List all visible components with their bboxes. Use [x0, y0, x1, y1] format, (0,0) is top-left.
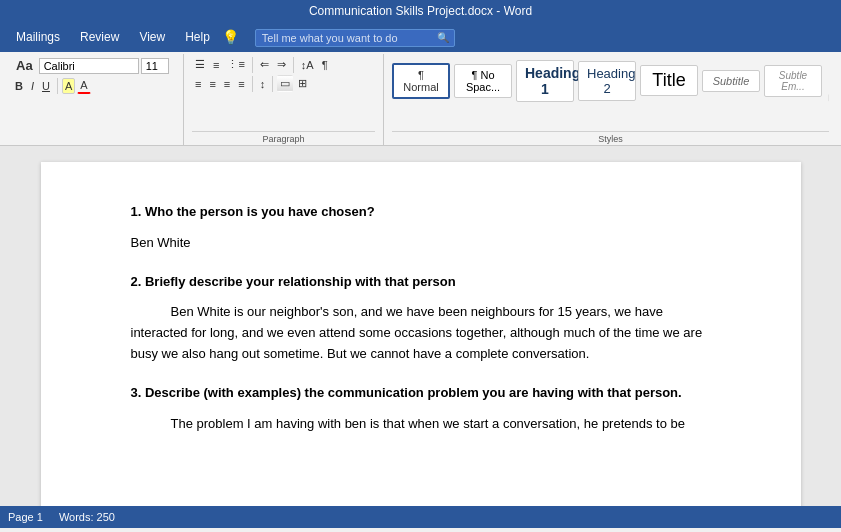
multilevel-btn[interactable]: ⋮≡: [224, 56, 247, 73]
document-area: 1. Who the person is you have chosen? Be…: [0, 146, 841, 506]
highlight-btn[interactable]: A: [62, 78, 75, 94]
styles-section: ¶ Normal ¶ No Spac... Heading 1 Heading …: [384, 54, 837, 145]
title-bar: Communication Skills Project.docx - Word: [0, 0, 841, 22]
page-count: Page 1: [8, 511, 43, 523]
question-1: 1. Who the person is you have chosen?: [131, 202, 711, 223]
menu-bar: Mailings Review View Help 💡 🔍: [0, 22, 841, 52]
font-size-box[interactable]: 11: [141, 58, 169, 74]
style-heading2[interactable]: Heading 2: [578, 61, 636, 101]
font-row-2: B I U A A: [12, 77, 175, 94]
font-section: Aa Calibri 11 B I U A A: [4, 54, 184, 145]
gallery-down-arrow[interactable]: ▼: [826, 73, 829, 88]
sort-btn[interactable]: ↕A: [298, 57, 317, 73]
style-heading1[interactable]: Heading 1: [516, 60, 574, 102]
sep2: [252, 57, 253, 73]
align-left-btn[interactable]: ≡: [192, 76, 204, 92]
style-no-spacing[interactable]: ¶ No Spac...: [454, 64, 512, 98]
numbered-btn[interactable]: ≡: [210, 57, 222, 73]
increase-indent-btn[interactable]: ⇒: [274, 56, 289, 73]
style-subtitle-label: Subtitle: [711, 75, 751, 87]
gallery-arrows: ▲ ▼ ⊡: [826, 56, 829, 105]
shading-btn[interactable]: ▭: [277, 75, 293, 92]
answer-1: Ben White: [131, 233, 711, 254]
sep3: [293, 57, 294, 73]
decrease-indent-btn[interactable]: ⇐: [257, 56, 272, 73]
title-bar-text: Communication Skills Project.docx - Word: [309, 4, 532, 18]
pilcrow-btn[interactable]: ¶: [319, 57, 331, 73]
align-center-btn[interactable]: ≡: [206, 76, 218, 92]
underline-btn[interactable]: U: [39, 78, 53, 94]
styles-row: ¶ Normal ¶ No Spac... Heading 1 Heading …: [392, 56, 829, 105]
menu-help[interactable]: Help: [177, 27, 218, 47]
status-bar: Page 1 Words: 250: [0, 506, 841, 528]
style-heading2-label: Heading 2: [587, 66, 627, 96]
lightbulb-icon: 💡: [222, 29, 239, 45]
font-row-1: Aa Calibri 11: [12, 56, 175, 75]
ribbon: Aa Calibri 11 B I U A A ☰ ≡: [0, 52, 841, 146]
borders-btn[interactable]: ⊞: [295, 75, 310, 92]
styles-label: Styles: [392, 131, 829, 145]
gallery-up-arrow[interactable]: ▲: [826, 56, 829, 71]
answer-2: Ben White is our neighbor's son, and we …: [131, 302, 711, 364]
justify-btn[interactable]: ≡: [235, 76, 247, 92]
line-spacing-btn[interactable]: ↕: [257, 76, 269, 92]
tell-me-search-input[interactable]: [255, 29, 455, 47]
paragraph-section: ☰ ≡ ⋮≡ ⇐ ⇒ ↕A ¶ ≡ ≡ ≡ ≡ ↕: [184, 54, 384, 145]
ribbon-rows: Aa Calibri 11 B I U A A ☰ ≡: [0, 52, 841, 145]
menu-mailings[interactable]: Mailings: [8, 27, 68, 47]
bold-btn[interactable]: B: [12, 78, 26, 94]
style-heading1-label: Heading 1: [525, 65, 565, 97]
align-right-btn[interactable]: ≡: [221, 76, 233, 92]
bullets-btn[interactable]: ☰: [192, 56, 208, 73]
search-wrap: 🔍: [255, 28, 455, 47]
para-row-1: ☰ ≡ ⋮≡ ⇐ ⇒ ↕A ¶: [192, 56, 375, 73]
search-icon: 🔍: [437, 32, 449, 43]
gallery-more-btn[interactable]: ⊡: [826, 90, 829, 105]
italic-btn[interactable]: I: [28, 78, 37, 94]
style-title-label: Title: [649, 70, 689, 91]
style-normal[interactable]: ¶ Normal: [392, 63, 450, 99]
question-2: 2. Briefly describe your relationship wi…: [131, 272, 711, 293]
font-name-btn[interactable]: Aa: [12, 56, 37, 75]
style-subtle-em[interactable]: Subtle Em...: [764, 65, 822, 97]
font-color-btn[interactable]: A: [77, 77, 90, 94]
sep5: [272, 76, 273, 92]
word-count: Words: 250: [59, 511, 115, 523]
font-name-box[interactable]: Calibri: [39, 58, 139, 74]
style-title[interactable]: Title: [640, 65, 698, 96]
menu-review[interactable]: Review: [72, 27, 127, 47]
paragraph-label: Paragraph: [192, 131, 375, 145]
sep1: [57, 78, 58, 94]
style-subtle-em-label: Subtle Em...: [773, 70, 813, 92]
answer-3-partial: The problem I am having with ben is that…: [131, 414, 711, 435]
style-subtitle[interactable]: Subtitle: [702, 70, 760, 92]
para-row-2: ≡ ≡ ≡ ≡ ↕ ▭ ⊞: [192, 75, 375, 92]
sep4: [252, 76, 253, 92]
style-no-spacing-label: ¶ No Spac...: [463, 69, 503, 93]
page[interactable]: 1. Who the person is you have chosen? Be…: [41, 162, 801, 506]
question-3: 3. Describe (with examples) the communic…: [131, 383, 711, 404]
style-normal-icon: ¶ Normal: [402, 69, 440, 93]
menu-view[interactable]: View: [131, 27, 173, 47]
